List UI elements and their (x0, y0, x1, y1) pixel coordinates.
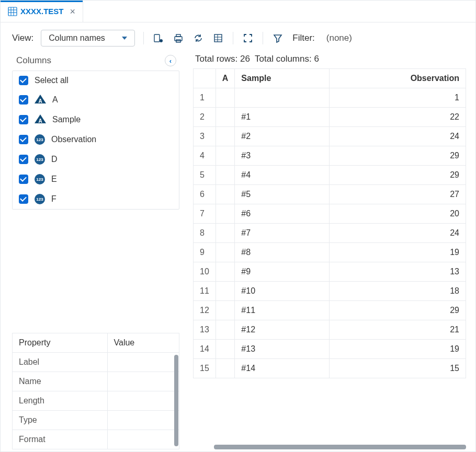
table-row[interactable]: 10#913 (194, 262, 466, 282)
cell-sample[interactable] (235, 88, 330, 108)
cell-sample[interactable]: #2 (235, 127, 330, 146)
table-row[interactable]: 6#527 (194, 185, 466, 204)
column-item[interactable]: 123Observation (13, 130, 179, 149)
checkbox-column[interactable] (19, 115, 28, 124)
cell-a[interactable] (216, 282, 235, 301)
cell-sample[interactable]: #14 (235, 359, 330, 378)
cell-a[interactable] (216, 146, 235, 166)
checkbox-column[interactable] (19, 175, 28, 184)
table-row[interactable]: 13#1221 (194, 320, 466, 340)
cell-a[interactable] (216, 359, 235, 378)
select-all-row[interactable]: Select all (13, 71, 179, 90)
table-row[interactable]: 11 (194, 88, 466, 108)
checkbox-column[interactable] (19, 95, 28, 105)
cell-sample[interactable]: #9 (235, 262, 330, 282)
toolbar: View: Column names Filter: (none) (1, 22, 475, 52)
column-item[interactable]: 123F (13, 189, 179, 209)
cell-observation[interactable]: 18 (330, 282, 466, 301)
scrollbar-horizontal[interactable] (214, 445, 466, 449)
checkbox-select-all[interactable] (19, 76, 28, 85)
cell-a[interactable] (216, 108, 235, 127)
table-row[interactable]: 9#819 (194, 243, 466, 262)
cell-sample[interactable]: #6 (235, 204, 330, 224)
table-row[interactable]: 15#1415 (194, 359, 466, 378)
cell-observation[interactable]: 24 (330, 224, 466, 243)
columns-icon[interactable] (212, 32, 224, 44)
col-header-a[interactable]: A (216, 69, 235, 88)
cell-a[interactable] (216, 224, 235, 243)
row-number: 2 (194, 108, 216, 127)
filter-icon[interactable] (271, 32, 284, 44)
cell-sample[interactable]: #13 (235, 340, 330, 359)
column-name: F (51, 194, 56, 204)
close-tab-icon[interactable]: × (70, 7, 76, 16)
cell-sample[interactable]: #3 (235, 146, 330, 166)
cell-observation[interactable]: 1 (330, 88, 466, 108)
tab-dataset[interactable]: XXXX.TEST × (1, 1, 83, 22)
refresh-icon[interactable] (192, 32, 205, 44)
table-row[interactable]: 12#1129 (194, 301, 466, 320)
cell-observation[interactable]: 27 (330, 185, 466, 204)
cell-a[interactable] (216, 127, 235, 146)
table-row[interactable]: 3#224 (194, 127, 466, 146)
cell-observation[interactable]: 29 (330, 146, 466, 166)
checkbox-column[interactable] (19, 194, 28, 204)
property-row: Name (13, 372, 179, 391)
col-header-sample[interactable]: Sample (235, 69, 330, 88)
table-row[interactable]: 2#122 (194, 108, 466, 127)
scrollbar-vertical[interactable] (174, 355, 178, 446)
cell-sample[interactable]: #11 (235, 301, 330, 320)
numeric-type-icon: 123 (35, 174, 45, 184)
table-row[interactable]: 5#429 (194, 166, 466, 185)
numeric-type-icon: 123 (35, 154, 45, 165)
column-item[interactable]: 123E (13, 169, 179, 189)
cell-observation[interactable]: 19 (330, 340, 466, 359)
cell-a[interactable] (216, 243, 235, 262)
col-header-observation[interactable]: Observation (330, 69, 466, 88)
cell-a[interactable] (216, 204, 235, 224)
property-value (107, 411, 179, 430)
cell-observation[interactable]: 24 (330, 127, 466, 146)
chevron-down-icon (122, 37, 127, 40)
cell-observation[interactable]: 19 (330, 243, 466, 262)
print-icon[interactable] (172, 32, 185, 44)
view-select[interactable]: Column names (41, 30, 135, 47)
cell-sample[interactable]: #4 (235, 166, 330, 185)
cell-a[interactable] (216, 185, 235, 204)
cell-a[interactable] (216, 320, 235, 340)
cell-sample[interactable]: #5 (235, 185, 330, 204)
table-row[interactable]: 14#1319 (194, 340, 466, 359)
cell-sample[interactable]: #10 (235, 282, 330, 301)
cell-observation[interactable]: 21 (330, 320, 466, 340)
table-row[interactable]: 8#724 (194, 224, 466, 243)
cell-observation[interactable]: 29 (330, 166, 466, 185)
property-value (107, 430, 179, 449)
cell-sample[interactable]: #12 (235, 320, 330, 340)
cell-a[interactable] (216, 301, 235, 320)
column-item[interactable]: 123D (13, 149, 179, 169)
cell-observation[interactable]: 29 (330, 301, 466, 320)
cell-a[interactable] (216, 262, 235, 282)
cell-observation[interactable]: 22 (330, 108, 466, 127)
cell-observation[interactable]: 13 (330, 262, 466, 282)
checkbox-column[interactable] (19, 135, 28, 144)
options-icon[interactable] (152, 32, 165, 44)
cell-sample[interactable]: #1 (235, 108, 330, 127)
cell-observation[interactable]: 20 (330, 204, 466, 224)
checkbox-column[interactable] (19, 155, 28, 164)
column-item[interactable]: ASample (13, 110, 179, 130)
table-row[interactable]: 4#329 (194, 146, 466, 166)
table-icon (8, 7, 17, 16)
cell-sample[interactable]: #8 (235, 243, 330, 262)
collapse-icon[interactable]: ‹ (165, 55, 176, 66)
fullscreen-icon[interactable] (242, 32, 254, 44)
cell-a[interactable] (216, 166, 235, 185)
column-item[interactable]: AA (13, 90, 179, 110)
cell-a[interactable] (216, 88, 235, 108)
cell-observation[interactable]: 15 (330, 359, 466, 378)
table-row[interactable]: 11#1018 (194, 282, 466, 301)
cell-sample[interactable]: #7 (235, 224, 330, 243)
row-number: 3 (194, 127, 216, 146)
table-row[interactable]: 7#620 (194, 204, 466, 224)
cell-a[interactable] (216, 340, 235, 359)
